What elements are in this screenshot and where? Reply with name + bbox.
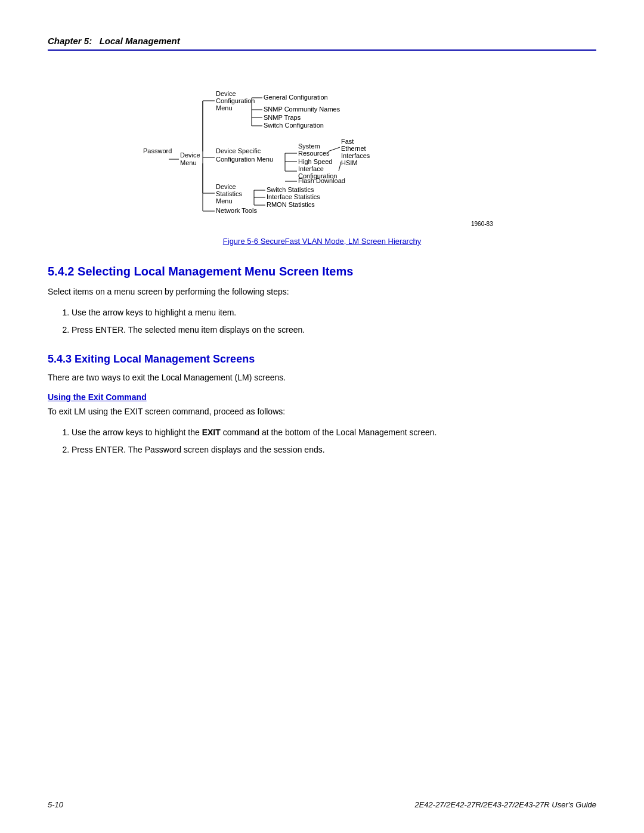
chapter-header: Chapter 5: Local Management	[48, 36, 596, 51]
svg-text:RMON Statistics: RMON Statistics	[267, 201, 315, 208]
svg-text:High Speed: High Speed	[298, 158, 333, 165]
section-542-step-2: Press ENTER. The selected menu item disp…	[72, 324, 596, 336]
footer-page-number: 5-10	[48, 800, 63, 809]
exit-step-2: Press ENTER. The Password screen display…	[72, 444, 596, 456]
svg-text:Configuration: Configuration	[216, 97, 255, 104]
footer-guide-title: 2E42-27/2E42-27R/2E43-27/2E43-27R User's…	[414, 800, 596, 809]
section-542-heading: 5.4.2 Selecting Local Management Menu Sc…	[48, 265, 596, 278]
svg-text:Flash  Download: Flash Download	[298, 177, 345, 184]
svg-text:Menu: Menu	[180, 159, 197, 166]
section-542-intro: Select items on a menu screen by perform…	[48, 286, 596, 298]
svg-text:1960-83: 1960-83	[471, 221, 493, 227]
exit-command-steps: Use the arrow keys to highlight the EXIT…	[72, 426, 596, 456]
svg-text:Configuration Menu: Configuration Menu	[216, 156, 273, 163]
page-footer: 5-10 2E42-27/2E42-27R/2E43-27/2E43-27R U…	[48, 800, 596, 809]
chapter-title: Chapter 5: Local Management	[48, 36, 180, 46]
section-543: 5.4.3 Exiting Local Management Screens T…	[48, 353, 596, 456]
exit-command-bold: EXIT	[202, 428, 221, 437]
svg-text:Switch Statistics: Switch Statistics	[267, 186, 314, 193]
section-542: 5.4.2 Selecting Local Management Menu Sc…	[48, 265, 596, 336]
exit-step-1-before: Use the arrow keys to highlight the	[72, 428, 202, 437]
svg-text:System: System	[298, 143, 320, 150]
exit-command-section: Using the Exit Command To exit LM using …	[48, 392, 596, 456]
section-542-step-1: Use the arrow keys to highlight a menu i…	[72, 306, 596, 319]
svg-text:Ethernet: Ethernet	[341, 145, 366, 152]
section-543-intro: There are two ways to exit the Local Man…	[48, 371, 596, 384]
svg-text:Statistics: Statistics	[216, 190, 243, 197]
svg-text:Network Tools: Network Tools	[216, 207, 257, 214]
exit-step-1-after: command at the bottom of the Local Manag…	[221, 428, 437, 437]
svg-text:Switch Configuration: Switch Configuration	[264, 122, 324, 129]
section-542-steps: Use the arrow keys to highlight a menu i…	[72, 306, 596, 336]
svg-text:Device: Device	[216, 90, 236, 97]
exit-command-intro: To exit LM using the EXIT screen command…	[48, 405, 596, 418]
exit-step-1: Use the arrow keys to highlight the EXIT…	[72, 426, 596, 439]
password-label: Password	[143, 147, 172, 154]
figure-caption: Figure 5-6 SecureFast VLAN Mode, LM Scre…	[48, 237, 596, 246]
svg-text:Fast: Fast	[341, 138, 354, 145]
diagram-container: Password Device Menu Network Tools Devic…	[48, 65, 596, 232]
svg-text:Device Specific: Device Specific	[216, 147, 261, 154]
svg-text:Resources: Resources	[298, 150, 330, 157]
svg-text:Device: Device	[216, 183, 236, 190]
exit-command-heading: Using the Exit Command	[48, 392, 596, 402]
svg-text:Interface: Interface	[298, 165, 324, 172]
hierarchy-diagram: Password Device Menu Network Tools Devic…	[137, 65, 507, 232]
svg-text:Interfaces: Interfaces	[341, 152, 370, 159]
section-543-heading: 5.4.3 Exiting Local Management Screens	[48, 353, 596, 366]
svg-text:SNMP Community  Names: SNMP Community Names	[264, 106, 340, 113]
svg-text:Menu: Menu	[216, 197, 233, 205]
svg-text:HSIM: HSIM	[341, 159, 358, 166]
svg-line-30	[328, 147, 340, 151]
svg-text:General Configuration: General Configuration	[264, 94, 328, 101]
svg-text:Interface Statistics: Interface Statistics	[267, 193, 320, 200]
svg-text:Device: Device	[180, 151, 200, 159]
svg-text:Menu: Menu	[216, 104, 233, 112]
svg-text:SNMP Traps: SNMP Traps	[264, 114, 301, 121]
